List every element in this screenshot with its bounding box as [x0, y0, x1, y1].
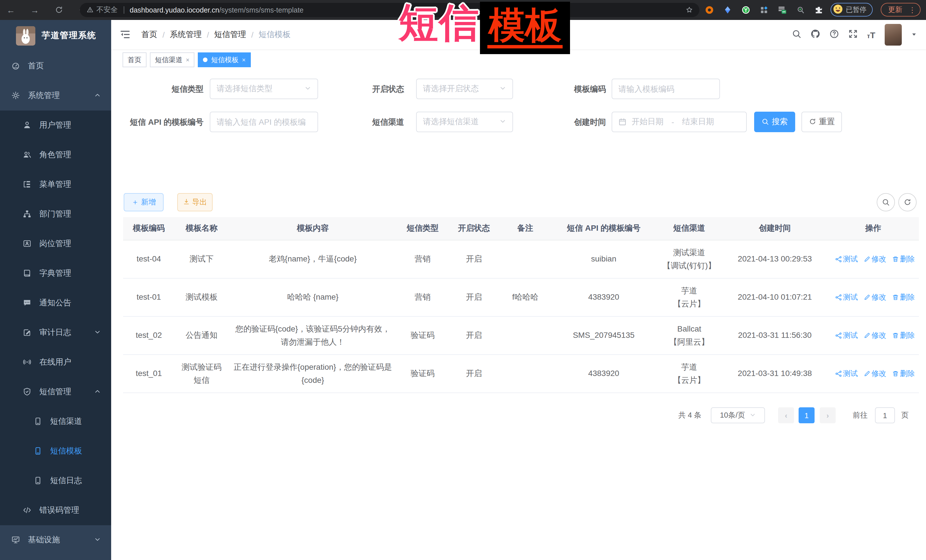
refresh-table-button[interactable] [898, 193, 917, 211]
reload-icon[interactable] [54, 5, 64, 15]
search-button[interactable]: 搜索 [754, 112, 795, 132]
green-y-extension-icon[interactable] [741, 5, 750, 15]
op-edit-link[interactable]: 修改 [864, 293, 887, 302]
sidebar-collapse-icon[interactable] [120, 29, 130, 42]
navbar-actions: тT [792, 20, 917, 50]
main-area: 首页/系统管理/短信管理/短信模板 тT 首页短信渠道×短信模板× 短信类型 请… [111, 20, 926, 560]
app-logo[interactable]: 芋道管理系统 [0, 20, 111, 51]
page-size-select[interactable]: 10条/页 [711, 408, 765, 423]
sidebar-item-dept-management[interactable]: 部门管理 [0, 199, 111, 229]
op-delete-link[interactable]: 删除 [892, 293, 915, 302]
op-test-link[interactable]: 测试 [835, 293, 858, 302]
address-bar[interactable]: 不安全 dashboard.yudao.iocoder.cn/system/sm… [80, 3, 699, 17]
close-icon[interactable]: × [242, 56, 246, 63]
sidebar-item-infrastructure[interactable]: 基础设施 [0, 525, 111, 555]
tab-sms-channel[interactable]: 短信渠道× [150, 53, 195, 67]
tab-sms-template[interactable]: 短信模板× [198, 53, 251, 67]
sidebar-item-sms-management[interactable]: 短信管理 [0, 377, 111, 407]
sidebar-item-audit-log[interactable]: 审计日志 [0, 318, 111, 347]
tab-home[interactable]: 首页 [123, 53, 147, 67]
caret-down-icon[interactable] [911, 31, 917, 38]
next-page-button[interactable]: › [820, 408, 836, 423]
date-separator: - [672, 117, 674, 127]
add-button[interactable]: ＋新增 [124, 193, 163, 211]
back-icon[interactable]: ← [6, 5, 16, 15]
op-delete-link[interactable]: 删除 [892, 331, 915, 340]
table-row: test-04测试下老鸡{name}，牛逼{code}营销开启suibian测试… [123, 240, 919, 278]
browser-menu-icon[interactable]: ⋮ [909, 5, 916, 14]
sidebar-item-post-management[interactable]: 岗位管理 [0, 229, 111, 259]
status-label: 开启状态 [336, 78, 404, 99]
status-placeholder: 请选择开启状态 [423, 84, 499, 94]
op-test-link[interactable]: 测试 [835, 255, 858, 264]
breadcrumb-item[interactable]: 首页 [141, 30, 157, 40]
download-icon [183, 198, 190, 206]
pen-icon [864, 332, 870, 340]
op-test-link[interactable]: 测试 [835, 331, 858, 340]
sidebar-item-sms-log[interactable]: 短信日志 [0, 466, 111, 496]
create-time-range-picker[interactable]: 开始日期 - 结束日期 [611, 112, 747, 132]
api-template-id-input[interactable] [210, 112, 318, 132]
channel-select[interactable]: 请选择短信渠道 [416, 112, 513, 132]
op-test-link[interactable]: 测试 [835, 370, 858, 378]
user-avatar[interactable] [884, 24, 902, 45]
sidebar-item-sms-channel[interactable]: 短信渠道 [0, 407, 111, 436]
sidebar-item-label: 字典管理 [39, 268, 71, 279]
sidebar-item-user-management[interactable]: 用户管理 [0, 110, 111, 140]
cell-api-template-id: 4383920 [551, 355, 657, 393]
column-header: 开启状态 [448, 217, 499, 240]
status-select[interactable]: 请选择开启状态 [416, 78, 513, 99]
cell-template-code: test_02 [123, 317, 174, 355]
cell-template-name: 测试模板 [174, 278, 228, 317]
search-icon[interactable] [792, 29, 802, 41]
close-icon[interactable]: × [186, 56, 189, 63]
grid-extension-icon[interactable] [760, 5, 769, 15]
op-delete-link[interactable]: 删除 [892, 255, 915, 264]
cell-sms-type: 营销 [397, 240, 448, 278]
breadcrumb-separator: / [162, 30, 165, 39]
sidebar-item-system-management[interactable]: 系统管理 [0, 81, 111, 110]
export-button[interactable]: 导出 [177, 193, 213, 211]
puzzle-icon[interactable] [814, 5, 823, 15]
scope-extension-icon[interactable] [796, 5, 805, 15]
orange-ring-extension-icon[interactable] [705, 5, 714, 15]
page-number-button[interactable]: 1 [799, 408, 814, 423]
breadcrumb-item[interactable]: 短信管理 [214, 30, 246, 40]
op-edit-link[interactable]: 修改 [864, 331, 887, 340]
font-size-icon[interactable]: тT [867, 30, 875, 39]
browser-update-button[interactable]: 更新 ⋮ [881, 3, 921, 17]
github-icon[interactable] [811, 29, 820, 41]
op-delete-link[interactable]: 删除 [892, 370, 915, 378]
question-icon[interactable] [829, 29, 839, 41]
cell-operations: 测试修改删除 [828, 317, 919, 355]
fullscreen-icon[interactable] [848, 29, 858, 41]
forward-icon[interactable]: → [30, 5, 40, 15]
security-label: 不安全 [96, 5, 118, 15]
op-edit-link[interactable]: 修改 [864, 370, 887, 378]
blue-kite-extension-icon[interactable] [723, 5, 732, 15]
breadcrumb-item[interactable]: 系统管理 [170, 30, 202, 40]
sms-type-select[interactable]: 请选择短信类型 [210, 78, 318, 99]
goto-page-input[interactable] [875, 408, 895, 423]
profile-paused-badge[interactable]: 已暂停 [831, 3, 873, 17]
prev-page-button[interactable]: ‹ [778, 408, 794, 423]
sidebar-item-online-users[interactable]: 在线用户 [0, 347, 111, 377]
cell-remark [499, 240, 551, 278]
reset-button[interactable]: 重置 [802, 112, 842, 132]
op-edit-link[interactable]: 修改 [864, 255, 887, 264]
list-on-extension-icon[interactable]: on [778, 5, 787, 15]
bookmark-star-icon[interactable] [685, 6, 693, 14]
sidebar-item-label: 角色管理 [39, 150, 71, 160]
sidebar-item-home[interactable]: 首页 [0, 51, 111, 81]
sidebar-item-menu-management[interactable]: 菜单管理 [0, 170, 111, 199]
phone-icon [33, 446, 42, 456]
sidebar-item-sms-template[interactable]: 短信模板 [0, 436, 111, 466]
trash-icon [892, 332, 899, 340]
sidebar-item-dict-management[interactable]: 字典管理 [0, 259, 111, 288]
sidebar-item-notice-announcement[interactable]: 通知公告 [0, 288, 111, 318]
sidebar-item-error-code-management[interactable]: 错误码管理 [0, 496, 111, 525]
show-search-toggle-button[interactable] [877, 193, 895, 211]
template-code-input[interactable] [611, 78, 720, 99]
sidebar-item-role-management[interactable]: 角色管理 [0, 140, 111, 170]
sms-template-table: 模板编码模板名称模板内容短信类型开启状态备注短信 API 的模板编号短信渠道创建… [123, 217, 919, 393]
